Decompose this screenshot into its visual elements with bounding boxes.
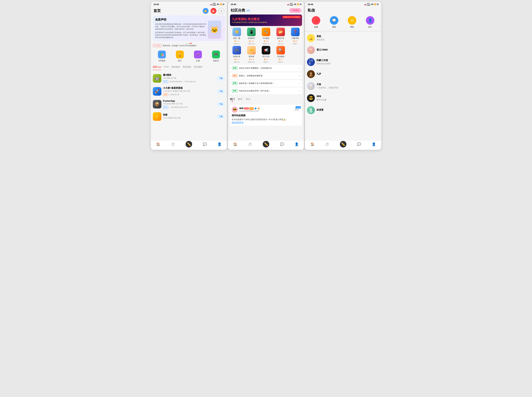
app-item-kuaiying[interactable]: ⚡ 快影 6.0.0 150MB 135次下载 下载	[153, 111, 225, 123]
hot-tab-follow[interactable]: 关注	[246, 98, 250, 102]
nav-chat-2[interactable]: 💬	[280, 142, 284, 148]
qa-item-collect[interactable]: ❤️ 收藏	[312, 16, 320, 28]
app-item-fusion[interactable]: 📦 FusionApp 2.0.0-beta4 8MB 27次下载 官方 一键封…	[153, 98, 225, 111]
nav-home[interactable]: 🏠	[156, 142, 160, 148]
quick-item-rank[interactable]: 🏆 排行	[176, 50, 184, 62]
announce-arrow-3: ›	[300, 82, 300, 85]
qa-item-sponsor[interactable]: ⭐ 赞助	[348, 16, 356, 28]
cat-item-help[interactable]: ❓ 问题求助 🔥 102 回复:8	[288, 28, 302, 45]
post-dynamic-btn[interactable]: + 发动态	[289, 8, 301, 13]
msg-item-jiusui[interactable]: 九岁	[307, 68, 379, 80]
hot-tab-hot[interactable]: 热门	[230, 98, 235, 101]
cat-icon-help: ❓	[291, 28, 300, 36]
msg-avatar-yueshi	[307, 82, 315, 90]
svg-point-2	[310, 72, 312, 74]
status-icons-3: 🚗 0.17KB/S HD 📶 34	[364, 3, 379, 6]
msg-item-kunkun[interactable]: 😎 坤坤 爱坤才会赢	[307, 92, 379, 104]
app-desc-rocket: 主要修复闪退	[170, 94, 179, 95]
nav-home-2[interactable]: 🏠	[233, 142, 237, 148]
cat-item-activity[interactable]: 🔍 活动线报 🔥 62 回复:11	[274, 46, 287, 63]
status-time-3: 15:44	[308, 3, 313, 6]
tab-weekly-reply[interactable]: 周回复榜	[171, 64, 180, 70]
category-label: 分类	[196, 59, 200, 62]
nav-chat-3[interactable]: 💬	[357, 142, 361, 148]
msg-item-yueshi[interactable]: 月食 一念清净心，万象皆空寂	[307, 80, 379, 92]
msg-info-system: 系统 系统消息	[317, 35, 379, 41]
bottom-nav-home: 🏠 ⏱️ ✏️ 💬 👤	[151, 140, 227, 150]
nav-edit-2[interactable]: ✏️	[263, 141, 269, 148]
svg-point-0	[310, 48, 312, 50]
status-icons-1: 🚗 0.30KB/S HD 📶 34	[210, 3, 224, 6]
nav-edit[interactable]: ✏️	[186, 141, 192, 148]
cat-name-nutrition: 营养师	[249, 55, 254, 58]
qa-item-notify[interactable]: 💬 通知	[330, 16, 338, 28]
msg-item-xuer[interactable]: 雪儿?8980	[307, 44, 379, 56]
cat-item-source[interactable]: 📂 源码分享 🔥 384 回复:145	[274, 28, 287, 45]
app-icon-wechat: 🤖	[153, 74, 161, 83]
nav-chat[interactable]: 💬	[203, 142, 207, 148]
tab-newest-app[interactable]: 最新App	[153, 64, 161, 70]
tab-weekly-like[interactable]: 周点赞榜	[194, 64, 202, 70]
cat-icon-activity: 🔍	[276, 46, 285, 55]
post-link-1[interactable]: 链接加密处理	[232, 121, 244, 124]
community-banner[interactable]: 九岁资源站-售后最优 PUBG国际服/和平精英 王者荣耀/穿越火线等免费举牌 双…	[230, 14, 302, 26]
category-icon: 👾	[194, 50, 202, 58]
announce-item-4[interactable]: 推荐 玩机社区全站规定声明（用户必读） ›	[230, 87, 302, 94]
msg-avatar-kunkun: 😎	[307, 94, 315, 102]
nav-clock-2[interactable]: ⏱️	[248, 142, 252, 148]
hand-icon-btn[interactable]: 🤙	[203, 8, 208, 14]
qq-icon: QQ	[246, 9, 250, 12]
nav-user-3[interactable]: 👤	[372, 142, 376, 148]
nav-clock[interactable]: ⏱️	[171, 142, 175, 148]
cat-item-gg[interactable]: 🔧 GG修改 🔥 6.8k 回复:2476	[259, 28, 273, 45]
anime-figure: 🐱	[208, 21, 221, 39]
disclaimer-banner: 免责声明 有关资源均来自网络收集与网友提供，任何涉及商业及盈利目的均不得使用，下…	[153, 15, 225, 41]
nav-home-3[interactable]: 🏠	[310, 142, 315, 148]
announce-item-2[interactable]: 福利 刺激云：全网最低价服务器 ›	[230, 72, 302, 79]
cat-icon-source: 📂	[276, 28, 285, 36]
cat-stats-source: 🔥 384	[278, 40, 283, 42]
announce-item-3[interactable]: 推荐 链接失效？直接帖子右上角举报就对啦！ ›	[230, 80, 302, 87]
download-btn-wechat[interactable]: 下载	[216, 76, 225, 81]
download-btn-rocket[interactable]: 下载	[216, 89, 225, 94]
announce-item-1[interactable]: 推荐 达到正式用户免费赠送：10000爱玩豆 ›	[230, 65, 302, 71]
quick-item-category[interactable]: 👾 分类	[194, 50, 202, 62]
hot-tab-elite[interactable]: 精华	[238, 98, 243, 102]
app-item-wechat[interactable]: 🤖 微X模块 2.44 4MB 1次下载 官方 微X模块最新版是一个强大的微信x…	[153, 72, 225, 85]
msg-preview-ahao: 软件来自互联网	[317, 62, 379, 65]
qa-item-ranking[interactable]: 👤 排行	[366, 16, 374, 28]
banner-main-text: 九岁资源站-售后最优	[232, 17, 267, 21]
announce-tag-3: 推荐	[232, 82, 238, 85]
download-btn-fusion[interactable]: 下载	[216, 102, 225, 107]
msg-item-ahao[interactable]: 工作室 阿豪工作室 软件来自互联网	[307, 56, 379, 68]
tab-push[interactable]: Push	[164, 64, 169, 70]
nav-edit-3[interactable]: ✏️	[340, 141, 346, 148]
quick-item-ai[interactable]: 🎮 玩机AI	[212, 50, 220, 62]
cat-replies-activity: 回复:11	[278, 61, 283, 63]
search-icon-btn[interactable]: ○	[219, 8, 224, 14]
download-btn-kuaiying[interactable]: 下载	[216, 114, 225, 119]
nav-user-2[interactable]: 👤	[295, 142, 299, 148]
disclaimer-body: 有关资源均来自网络收集与网友提供，任何涉及商业及盈利目的均不得使用，下载后24小…	[155, 23, 206, 30]
app-item-rocket[interactable]: 🚀 小火箭+速器更新版 小马工程小火箭更新 27MB 16次下载 破解 主要修复…	[153, 85, 225, 98]
play-icon-btn[interactable]: ▶	[211, 8, 216, 14]
msg-preview-yueshi: 一念清净心，万象皆空寂	[317, 87, 379, 89]
cat-item-software[interactable]: 📱 实用软件 🔥 3.6k 回复:1556	[245, 28, 258, 45]
cat-stats-game: 🔥 1.2k	[234, 59, 239, 60]
msg-avatar-linqingxue	[307, 106, 315, 114]
nav-clock-3[interactable]: ⏱️	[325, 142, 329, 148]
app-name-rocket: 小火箭+速器更新版	[163, 87, 215, 90]
cat-item-game[interactable]: 🎮 游戏分享 🔥 1.2k 回复:464	[230, 46, 244, 63]
cat-item-nutrition[interactable]: 🤝 AD 营养师 🔥 3.5k 回复:1421	[245, 46, 258, 63]
cat-icon-cool: ☀️	[232, 28, 241, 36]
quick-item-up[interactable]: 🛍️ UP资源	[158, 50, 166, 62]
cat-item-cool[interactable]: ☀️ 清凉一夏 🔥 1.7k 回复:531	[230, 28, 244, 45]
cat-item-official[interactable]: 📢 官方公告 🔥 678 回复:32	[259, 46, 273, 63]
app-info-fusion: FusionApp 2.0.0-beta4 8MB 27次下载 官方 一键封装网…	[163, 99, 215, 109]
nav-user[interactable]: 👤	[217, 142, 222, 148]
msg-item-system[interactable]: 🔔 系统 系统消息	[307, 32, 379, 44]
post-item-1[interactable]: 😎 坤坤 LIVE 会员 🔷 🔥 2分钟前 [最后回复2分钟前] 取消 NEW …	[230, 105, 302, 126]
tab-weekly-browse[interactable]: 周浏览榜	[183, 64, 191, 70]
msg-item-linqingxue[interactable]: 林清雪	[307, 104, 379, 116]
cat-replies-cool: 回复:531	[234, 43, 240, 45]
